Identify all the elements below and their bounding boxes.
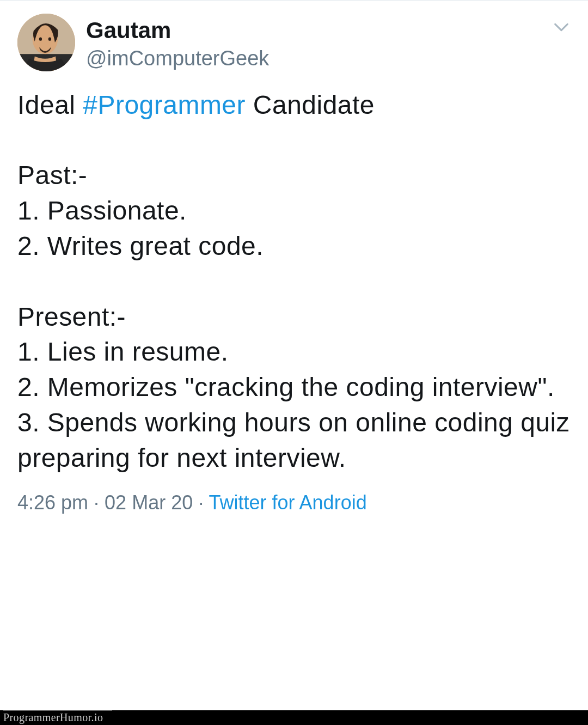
past-title: Past:- [17, 158, 571, 193]
separator: · [88, 491, 105, 514]
tweet-source-link[interactable]: Twitter for Android [209, 491, 367, 514]
headline-line: Ideal #Programmer Candidate [17, 88, 571, 123]
tweet-date[interactable]: 02 Mar 20 [105, 491, 193, 514]
more-menu-button[interactable] [552, 18, 571, 39]
present-title: Present:- [17, 300, 571, 335]
tweet-text: Ideal #Programmer Candidate Past:- 1. Pa… [17, 88, 571, 476]
tweet-card: Gautam @imComputerGeek Ideal #Programmer… [0, 0, 588, 525]
tweet-meta: 4:26 pm · 02 Mar 20 · Twitter for Androi… [17, 491, 571, 514]
hashtag-link[interactable]: #Programmer [83, 90, 246, 119]
display-name[interactable]: Gautam [86, 17, 269, 44]
username[interactable]: @imComputerGeek [86, 45, 269, 72]
tweet-header: Gautam @imComputerGeek [17, 14, 571, 72]
blank-line [17, 264, 571, 300]
present-item-2: 2. Memorizes "cracking the coding interv… [17, 370, 571, 405]
past-item-1: 1. Passionate. [17, 193, 571, 229]
tweet-time[interactable]: 4:26 pm [17, 491, 88, 514]
svg-point-4 [48, 37, 51, 40]
user-info: Gautam @imComputerGeek [86, 14, 269, 72]
present-item-1: 1. Lies in resume. [17, 334, 571, 370]
watermark-bar: ProgrammerHumor.io [0, 710, 588, 725]
separator: · [193, 491, 209, 514]
watermark-text: ProgrammerHumor.io [3, 710, 112, 724]
avatar[interactable] [17, 14, 75, 71]
blank-line [17, 123, 571, 159]
headline-suffix: Candidate [246, 90, 375, 119]
avatar-image [17, 14, 75, 71]
headline-prefix: Ideal [17, 90, 83, 119]
past-item-2: 2. Writes great code. [17, 229, 571, 264]
present-item-3: 3. Spends working hours on online coding… [17, 405, 571, 476]
svg-point-3 [39, 37, 42, 40]
chevron-down-icon [552, 18, 571, 36]
